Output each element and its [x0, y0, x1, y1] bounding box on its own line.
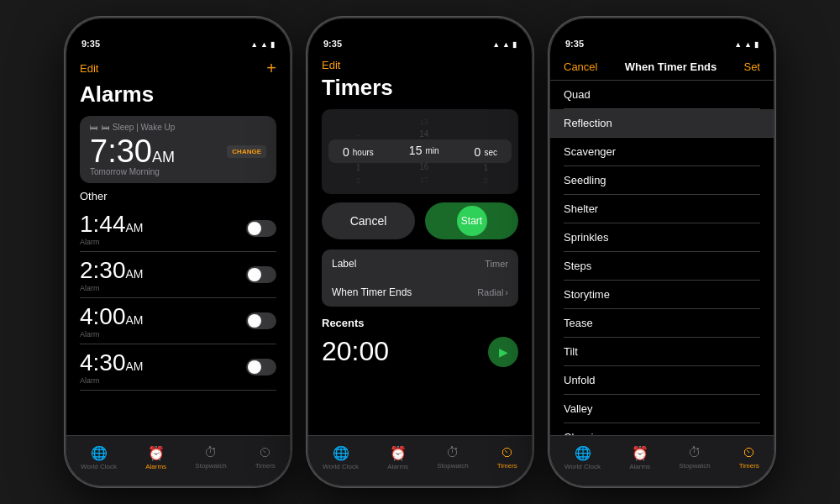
stopwatch-label-2: Stopwatch: [437, 462, 468, 470]
alarm-toggle-1[interactable]: [246, 220, 276, 237]
alarm-toggle-3[interactable]: [246, 312, 276, 329]
signal-icon-3: ▲: [734, 40, 742, 49]
picker-columns: · · 0 hours 1 2 13 14: [325, 116, 515, 187]
tab-timers-3[interactable]: ⏲ Timers: [739, 445, 759, 470]
modal-cancel-button[interactable]: Cancel: [564, 60, 597, 73]
when-timer-ends-key: When Timer Ends: [332, 286, 412, 298]
tab-world-clock[interactable]: 🌐 World Clock: [81, 445, 117, 470]
modal-header: Cancel When Timer Ends Set: [550, 52, 774, 81]
modal-set-button[interactable]: Set: [743, 60, 760, 73]
min-val-prev1: 14: [419, 128, 428, 141]
stopwatch-label: Stopwatch: [195, 462, 226, 470]
alarm-label-4: Alarm: [80, 376, 144, 385]
sound-valley[interactable]: Valley: [564, 395, 760, 423]
sound-tilt[interactable]: Tilt: [564, 338, 760, 366]
tab-stopwatch-3[interactable]: ⏱ Stopwatch: [679, 445, 710, 470]
start-button-inner: Start: [457, 206, 487, 236]
sleep-alarm-card[interactable]: 🛏 🛏 Sleep | Wake Up 7:30AM CHANGE Tomorr…: [80, 116, 276, 183]
minutes-picker[interactable]: 13 14 15 min 16 17: [409, 116, 439, 187]
change-button[interactable]: CHANGE: [227, 145, 266, 158]
status-icons-alarms: ▲ ▲ ▮: [250, 40, 275, 49]
seconds-unit: sec: [484, 148, 497, 157]
alarm-row-1[interactable]: 1:44AM Alarm: [80, 206, 276, 252]
tab-timers-1[interactable]: ⏲ Timers: [255, 445, 276, 470]
alarms-edit-button[interactable]: Edit: [80, 62, 98, 75]
sound-reflection[interactable]: Reflection: [550, 109, 774, 138]
play-icon: ▶: [499, 345, 508, 359]
sound-unfold[interactable]: Unfold: [564, 366, 760, 395]
alarm-toggle-2[interactable]: [246, 266, 276, 283]
world-clock-icon-3: 🌐: [575, 445, 591, 461]
tab-timers-2[interactable]: ⏲ Timers: [497, 445, 517, 470]
tab-stopwatch-2[interactable]: ⏱ Stopwatch: [437, 445, 468, 470]
sound-quad[interactable]: Quad: [564, 81, 760, 109]
phone-alarms: 9:35 ▲ ▲ ▮ Edit + Alarms 🛏 🛏 Sleep: [65, 17, 291, 487]
sound-tease[interactable]: Tease: [564, 309, 760, 338]
battery-icon-2: ▮: [512, 40, 517, 49]
min-val-prev2: 13: [420, 116, 428, 128]
recent-time-1: 20:00: [322, 336, 389, 367]
alarms-tab-bar: 🌐 World Clock ⏰ Alarms ⏱ Stopwatch ⏲ Tim…: [66, 435, 290, 486]
alarm-row-3[interactable]: 4:00AM Alarm: [80, 298, 276, 344]
sound-steps[interactable]: Steps: [564, 252, 760, 281]
sound-scavenger[interactable]: Scavenger: [564, 138, 760, 166]
alarm-label-2: Alarm: [80, 284, 144, 292]
timer-start-button[interactable]: Start: [425, 202, 518, 239]
tab-alarms-2[interactable]: ⏰ Alarms: [387, 445, 408, 470]
sound-seedling[interactable]: Seedling: [564, 166, 760, 195]
tab-alarms-3[interactable]: ⏰ Alarms: [629, 445, 650, 470]
when-timer-ends-value: Radial ›: [477, 287, 508, 297]
when-timer-ends-row[interactable]: When Timer Ends Radial ›: [322, 278, 518, 307]
seconds-value: 0: [475, 143, 481, 161]
timers-label-1: Timers: [255, 462, 276, 470]
modal-title: When Timer Ends: [625, 60, 717, 73]
recent-item-1[interactable]: 20:00 ▶: [322, 336, 518, 367]
sec-val-next2: 2: [484, 175, 488, 186]
alarm-time-3: 4:00AM: [80, 303, 144, 330]
stopwatch-label-3: Stopwatch: [679, 462, 710, 470]
sound-sprinkles[interactable]: Sprinkles: [564, 223, 760, 252]
tab-stopwatch[interactable]: ⏱ Stopwatch: [195, 445, 226, 470]
other-label: Other: [80, 190, 276, 202]
stopwatch-icon-3: ⏱: [688, 445, 701, 460]
wifi-icon: ▲: [260, 40, 268, 49]
alarms-tab-label-2: Alarms: [387, 463, 408, 470]
phones-container: 9:35 ▲ ▲ ▮ Edit + Alarms 🛏 🛏 Sleep: [65, 17, 775, 487]
other-alarms-section: Other 1:44AM Alarm 2:30AM Alarm: [80, 190, 276, 391]
tab-world-clock-3[interactable]: 🌐 World Clock: [564, 445, 601, 470]
recent-play-button[interactable]: ▶: [488, 337, 518, 367]
label-row[interactable]: Label Timer: [322, 249, 518, 278]
sound-shelter[interactable]: Shelter: [564, 195, 760, 223]
sleep-label: 🛏 Sleep | Wake Up: [102, 123, 175, 132]
timers-label-3: Timers: [739, 462, 759, 470]
wifi-icon-3: ▲: [744, 40, 752, 49]
timer-picker[interactable]: · · 0 hours 1 2 13 14: [322, 109, 518, 194]
alarm-toggle-4[interactable]: [246, 359, 276, 375]
phone-when-timer-ends: 9:35 ▲ ▲ ▮ Cancel When Timer Ends Set: [549, 17, 775, 487]
alarm-row-4[interactable]: 4:30AM Alarm: [80, 344, 276, 391]
sleep-alarm-header: 🛏 🛏 Sleep | Wake Up: [90, 123, 266, 132]
seconds-picker[interactable]: · · 0 sec 1 2: [475, 116, 497, 187]
status-icons-3: ▲ ▲ ▮: [734, 40, 759, 49]
world-clock-icon: 🌐: [91, 445, 108, 461]
tab-world-clock-2[interactable]: 🌐 World Clock: [323, 445, 359, 470]
sound-classic[interactable]: Classic ›: [564, 423, 760, 435]
status-icons-timers: ▲ ▲ ▮: [492, 40, 517, 49]
min-val-next1: 16: [419, 160, 428, 174]
timer-cancel-button[interactable]: Cancel: [322, 202, 415, 239]
battery-icon: ▮: [270, 40, 275, 49]
timers-edit-button[interactable]: Edit: [322, 59, 340, 71]
sound-storytime[interactable]: Storytime: [564, 281, 760, 309]
stopwatch-icon: ⏱: [204, 445, 218, 460]
tab-alarms[interactable]: ⏰ Alarms: [145, 445, 166, 470]
alarms-add-button[interactable]: +: [266, 59, 276, 78]
hours-picker[interactable]: · · 0 hours 1 2: [343, 116, 374, 187]
alarms-tab-label-3: Alarms: [629, 463, 650, 470]
alarm-row-2[interactable]: 2:30AM Alarm: [80, 252, 276, 298]
hours-unit: hours: [353, 148, 374, 157]
sec-val-next1: 1: [483, 161, 488, 175]
alarm-icon-3: ⏰: [632, 445, 648, 461]
timers-nav-bar: Edit: [322, 59, 518, 71]
alarm-label-3: Alarm: [80, 330, 144, 339]
signal-icon: ▲: [250, 40, 258, 49]
